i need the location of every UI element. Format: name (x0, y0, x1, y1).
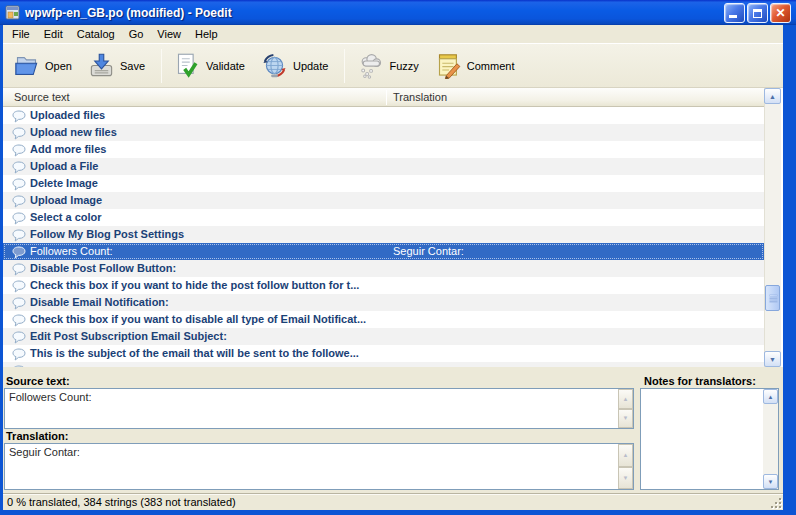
row-translation-text: Seguir Contar: (393, 245, 464, 257)
table-row[interactable]: Check this box if you want to disable al… (3, 311, 764, 328)
table-row[interactable]: Check this box if you want to hide the p… (3, 277, 764, 294)
column-header-source[interactable]: Source text (14, 91, 70, 103)
app-body: FileEditCatalogGoViewHelp Open Save (3, 25, 783, 510)
comment-notepad-icon (435, 52, 462, 79)
comment-button[interactable]: Comment (431, 48, 523, 83)
table-row[interactable]: Upload Image (3, 192, 764, 209)
table-row[interactable]: Uploaded files (3, 107, 764, 124)
comment-bubble-icon (12, 109, 26, 122)
translation-text-box[interactable]: Seguir Contar: ▲ ▼ (4, 443, 634, 490)
table-row[interactable]: This is the subject of the email that wi… (3, 345, 764, 362)
fuzzy-button-label: Fuzzy (389, 60, 418, 72)
toolbar: Open Save Validate (3, 43, 783, 88)
fuzzy-button[interactable]: Fuzzy (353, 48, 426, 83)
list-scrollbar[interactable]: ▲ ▼ (764, 88, 781, 367)
row-source-text: Delete Image (30, 177, 98, 189)
scroll-up-button[interactable]: ▲ (618, 389, 633, 409)
validate-button[interactable]: Validate (170, 48, 253, 83)
open-folder-icon (13, 52, 40, 79)
close-button[interactable]: ✕ (770, 3, 791, 23)
maximize-button[interactable] (747, 3, 768, 23)
list-rows: Uploaded files Upload new files Add more… (3, 107, 764, 367)
comment-bubble-icon (12, 330, 26, 343)
open-button[interactable]: Open (9, 48, 80, 83)
table-row[interactable]: Edit Post Subscription Email Subject: (3, 328, 764, 345)
scroll-down-button[interactable]: ▼ (618, 467, 633, 490)
table-row[interactable]: Disable Email Notification: (3, 294, 764, 311)
poedit-app-icon (5, 5, 21, 21)
row-source-text: Upload a File (30, 160, 98, 172)
source-text-box[interactable]: Followers Count: ▲ ▼ (4, 388, 634, 429)
source-text-value: Followers Count: (9, 391, 92, 403)
menu-item[interactable]: Go (122, 26, 151, 42)
translation-box-scrollbar[interactable]: ▲ ▼ (618, 444, 633, 489)
scroll-down-button[interactable]: ▼ (764, 351, 781, 367)
scroll-up-button[interactable]: ▲ (763, 389, 778, 404)
update-button[interactable]: Update (257, 48, 336, 83)
column-header-translation[interactable]: Translation (393, 91, 447, 103)
row-source-text: Uploaded files (30, 109, 105, 121)
status-text: 0 % translated, 384 strings (383 not tra… (7, 496, 236, 508)
row-source-text: Edit Post Subscription Email Subject: (30, 330, 227, 342)
table-row[interactable]: Add more files (3, 141, 764, 158)
save-icon (88, 52, 115, 79)
comment-bubble-icon (12, 313, 26, 326)
maximize-icon (753, 9, 762, 18)
save-button[interactable]: Save (84, 48, 153, 83)
scroll-down-button[interactable]: ▼ (763, 474, 778, 489)
menu-item[interactable]: Catalog (70, 26, 122, 42)
scroll-down-button[interactable]: ▼ (618, 409, 633, 429)
validate-button-label: Validate (206, 60, 245, 72)
open-button-label: Open (45, 60, 72, 72)
row-source-text: Add more files (30, 143, 106, 155)
menu-item[interactable]: Help (188, 26, 225, 42)
column-divider[interactable] (386, 90, 387, 105)
row-source-text: Check this box if you want to disable al… (30, 313, 366, 325)
window-title: wpwfp-en_GB.po (modified) - Poedit (25, 6, 232, 20)
poedit-window: wpwfp-en_GB.po (modified) - Poedit ✕ Fil… (0, 0, 796, 515)
source-box-scrollbar[interactable]: ▲ ▼ (618, 389, 633, 428)
status-bar: 0 % translated, 384 strings (383 not tra… (3, 493, 783, 510)
row-source-text: This is the subject of the email that wi… (30, 347, 359, 359)
resize-grip[interactable] (769, 496, 782, 509)
table-row[interactable]: Select a color (3, 209, 764, 226)
comment-bubble-icon (12, 262, 26, 275)
translation-list: Source text Translation Uploaded files U… (3, 88, 783, 367)
row-source-text: Upload Image (30, 194, 102, 206)
panel-splitter[interactable] (3, 367, 783, 374)
table-row[interactable]: Disable Post Follow Button: (3, 260, 764, 277)
comment-bubble-icon (12, 160, 26, 173)
minimize-icon (729, 15, 737, 18)
table-row[interactable]: Follow My Blog Post Settings (3, 226, 764, 243)
save-button-label: Save (120, 60, 145, 72)
update-globe-icon (261, 52, 288, 79)
notes-scrollbar[interactable]: ▲ ▼ (763, 389, 778, 489)
table-row[interactable]: Upload a File (3, 158, 764, 175)
scroll-thumb[interactable] (765, 285, 780, 311)
comment-button-label: Comment (467, 60, 515, 72)
table-row[interactable]: Followers Count: Seguir Contar: (3, 243, 764, 260)
table-row[interactable]: Delete Image (3, 175, 764, 192)
comment-bubble-icon (12, 296, 26, 309)
comment-bubble-icon (12, 228, 26, 241)
toolbar-separator (344, 49, 345, 83)
row-source-text: Disable Email Notification: (30, 296, 169, 308)
menu-item[interactable]: Edit (37, 26, 70, 42)
minimize-button[interactable] (724, 3, 745, 23)
scroll-up-button[interactable]: ▲ (618, 444, 633, 467)
comment-bubble-icon (12, 245, 26, 258)
row-source-text: Upload new files (30, 126, 117, 138)
list-header[interactable]: Source text Translation (3, 88, 764, 107)
menu-bar: FileEditCatalogGoViewHelp (3, 25, 783, 43)
toolbar-separator (161, 49, 162, 83)
menu-item[interactable]: File (5, 26, 37, 42)
comment-bubble-icon (12, 211, 26, 224)
table-row[interactable]: Upload new files (3, 124, 764, 141)
notes-box[interactable]: ▲ ▼ (640, 388, 779, 490)
comment-bubble-icon (12, 347, 26, 360)
title-bar[interactable]: wpwfp-en_GB.po (modified) - Poedit ✕ (0, 0, 796, 25)
scroll-up-button[interactable]: ▲ (764, 88, 781, 104)
row-source-text: Disable Post Follow Button: (30, 262, 176, 274)
menu-item[interactable]: View (150, 26, 188, 42)
close-icon: ✕ (775, 7, 785, 19)
